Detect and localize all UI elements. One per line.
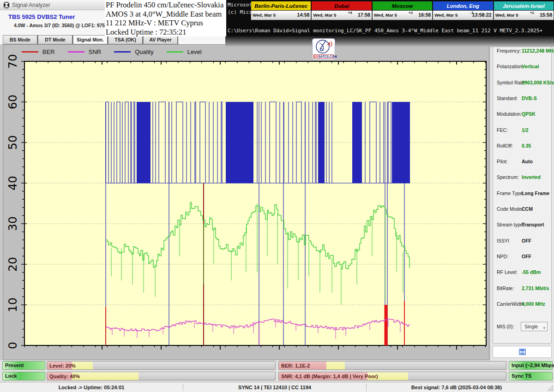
tab-bs-mode[interactable]: BS Mode: [3, 35, 38, 44]
input-indicator: Input (~2,94 Mbps): [509, 361, 553, 370]
clock-date: Wed, Mar 5: [434, 12, 458, 18]
mis-label: MIS (0):: [497, 324, 514, 329]
level-line-swatch: [167, 51, 183, 53]
clock-london: London, Eng Wed, Mar 5 -1 13:58:22: [433, 1, 493, 20]
panel-row-value: 4,000 MHz: [522, 301, 545, 307]
status-bar: Locked -> Uptime: 05:24:01 SYNC 14 | TEI…: [0, 382, 554, 392]
window-title: Signal Analyzer: [12, 2, 50, 8]
panel-row-label: Pilot:: [497, 159, 507, 164]
clock-moscow: Moscow Wed, Mar 5 +2 16:58: [372, 1, 433, 20]
panel-row-value: OFF: [522, 254, 531, 259]
app-icon: [3, 2, 10, 8]
plot-area: 010203040506070: [3, 45, 490, 361]
annotation-line-3: 11 212 MHz-V : METV Cyprus: [106, 18, 226, 28]
tab-tsa[interactable]: TSA (OK): [108, 35, 143, 44]
panel-row-value: -55 dBm: [522, 269, 541, 275]
clock-berlin: Berlin-Paris-Lučenec Wed, Mar 5 14:58: [251, 1, 311, 20]
clock-date: Wed, Mar 5: [313, 12, 336, 18]
annotation-line-1: PF Prodelin 450 cm/Lučenec-Slovakia: [106, 0, 226, 10]
transponder-groupbox: Transponder [3] Frequency:11212,248 MHzP…: [493, 39, 552, 344]
ber-gauge: BER: 1,1E-2: [278, 361, 506, 370]
tuner-name: TBS 5925 DVBS2 Tuner: [8, 13, 75, 20]
quality-gauge: Quality: 40%: [47, 372, 276, 380]
chevron-down-icon: ▾: [543, 324, 545, 332]
clock-time: 15:58: [540, 12, 552, 18]
annotation-line-4: Locked Uptime : 72:35:21: [106, 28, 226, 37]
panel-row-value: 2963,008 KS/s: [522, 80, 554, 85]
panel-row-label: Modulation:: [497, 111, 522, 117]
panel-row-label: Standard:: [497, 95, 518, 101]
panel-row-label: Polarization:: [497, 64, 524, 69]
svg-text:10: 10: [6, 297, 19, 312]
panel-row-value: Transport: [522, 222, 544, 227]
mis-dropdown[interactable]: Single ▾: [521, 322, 548, 331]
dxsatcs-logo: DXSATCS.COM: [312, 38, 335, 60]
panel-row-label: NPD:: [497, 254, 508, 259]
panel-row-label: FEC:: [497, 127, 508, 133]
panel-row-label: Code Mode:: [497, 206, 523, 212]
ber-line-swatch: [22, 51, 38, 53]
status-best-signal: Best signal: 7,6 dB (2025-03-04 08:38): [367, 382, 547, 392]
panel-row-value: 0.35: [522, 143, 531, 148]
tab-av-player[interactable]: AV Player: [143, 35, 178, 44]
console-banner-line1: Microsof: [228, 2, 252, 8]
clock-time: 16:58: [418, 12, 431, 18]
clock-utc-offset: +2: [409, 11, 413, 15]
tab-signal-mon[interactable]: Signal Mon.: [73, 35, 108, 44]
svg-text:70: 70: [6, 54, 19, 69]
panel-row-label: ISSYI: [497, 238, 509, 244]
clock-time: 13:58:22: [472, 12, 492, 18]
clock-city: Berlin-Paris-Lučenec: [251, 1, 311, 11]
panel-row-value: QPSK: [522, 111, 536, 117]
panel-row-label: Spectrum:: [497, 174, 519, 180]
panel-row-label: Frequency:: [497, 48, 521, 53]
panel-row-value: Vertical: [522, 64, 539, 69]
legend-item-ber: BER: [22, 48, 55, 55]
console-banner-line2: (c) Micr: [228, 9, 252, 15]
clock-date: Wed, Mar 5: [495, 12, 518, 18]
signal-chart: 010203040506070 BER SNR Quality Level: [3, 44, 489, 360]
sync-ts-indicator: Sync TS: [509, 372, 553, 380]
svg-text:30: 30: [6, 216, 19, 231]
panel-row-label: Stream type:: [497, 222, 524, 227]
legend-item-snr: SNR: [68, 48, 101, 55]
panel-row-value: 2,731 Mbit/s: [522, 285, 549, 291]
console-prompt: C:\Users\Roman Dávid>Signal monitoring_L…: [228, 28, 542, 34]
clock-date: Wed, Mar 5: [253, 12, 276, 18]
console-shadow: [225, 36, 554, 47]
panel-row-label: RF Level:: [497, 269, 518, 275]
panel-row-value: Inverted: [522, 174, 541, 180]
tab-dt-mode[interactable]: DT Mode: [38, 35, 73, 44]
clock-time: 14:58: [297, 12, 310, 18]
svg-text:0: 0: [6, 342, 19, 349]
legend-item-level: Level: [167, 48, 202, 55]
panel-row-value: Long Frame: [522, 190, 549, 196]
quality-line-swatch: [114, 51, 131, 53]
panel-row-label: CarrierWidth:: [497, 301, 525, 307]
clock-utc-offset: +3: [348, 11, 352, 15]
status-uptime: Locked -> Uptime: 05:24:01: [0, 382, 183, 392]
signal-analyzer-window: Signal Analyzer TBS 5925 DVBS2 Tuner 4.0…: [0, 0, 554, 392]
panel-row-value: DVB-S: [522, 95, 537, 101]
panel-row-value: 11212,248 MHz: [522, 48, 554, 53]
resize-grip[interactable]: [547, 385, 553, 391]
panel-row-label: Frame Type:: [497, 190, 524, 196]
clock-jerusalem: Jerusalem-Israel Wed, Mar 5 +1 15:58: [494, 1, 554, 20]
clock-city: Dubai: [311, 1, 372, 11]
gauge-strip: Present Lock Level: 20% BER: 1,1E-2 Inpu…: [0, 360, 554, 382]
clock-city: Jerusalem-Israel: [494, 1, 554, 11]
satellite-dish-icon: [313, 39, 334, 55]
svg-text:40: 40: [6, 176, 19, 190]
save-button[interactable]: [493, 346, 552, 358]
svg-text:60: 60: [6, 95, 19, 109]
clock-city: Moscow: [372, 1, 433, 11]
annotation-line-2: AMOS 3 at 4,0°W_Middle East beam: [106, 10, 226, 19]
legend-item-quality: Quality: [114, 48, 153, 55]
panel-row-value: Auto: [522, 159, 533, 164]
lock-indicator: Lock: [2, 372, 45, 380]
disk-icon: [519, 349, 526, 355]
level-gauge: Level: 20%: [47, 361, 276, 370]
status-sync: SYNC 14 | TEI 12410 | CC 1194: [183, 382, 366, 392]
panel-row-label: RollOff:: [497, 143, 513, 148]
clock-utc-offset: +1: [530, 11, 534, 15]
